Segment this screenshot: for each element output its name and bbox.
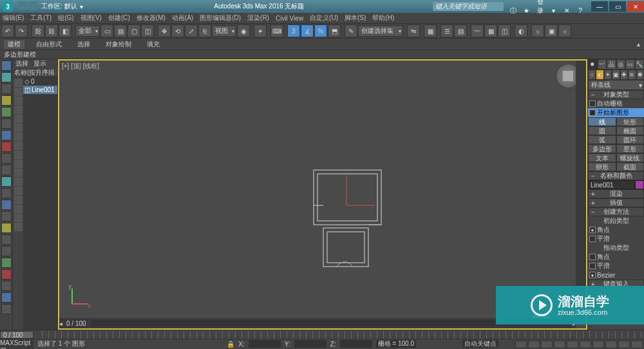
leftic-13[interactable] [1, 200, 12, 210]
autogrid-checkbox[interactable] [589, 100, 596, 107]
ribbon-collapse-icon[interactable]: ▴ [637, 41, 640, 48]
workspace-switcher[interactable]: 工作区: 默认 ▾ [15, 1, 86, 12]
explorer-item[interactable]: ◇ 0 [23, 77, 57, 86]
viewport-vscroll[interactable] [576, 61, 586, 318]
status-script[interactable]: MAXScript 帮 [0, 339, 33, 349]
modify-tab[interactable]: 〰 [598, 59, 607, 70]
close-panel-icon[interactable]: ✕ [561, 7, 573, 16]
nav-play[interactable] [528, 341, 540, 348]
radio-bezier[interactable]: ● [589, 272, 596, 278]
leftic-19[interactable] [1, 269, 12, 279]
pivot-button[interactable]: ◉ [237, 24, 250, 37]
schematic-view[interactable]: ◫ [498, 24, 511, 37]
snap-toggle[interactable]: 3 [287, 24, 300, 37]
rollout-namecolor[interactable]: −名称和颜色 [588, 171, 644, 180]
filter-icon[interactable] [14, 124, 23, 132]
layer-explorer[interactable]: ▤ [454, 24, 467, 37]
refcoord-dropdown[interactable]: 视图 [212, 25, 236, 37]
explorer-tab-select[interactable]: 选择 [13, 59, 31, 68]
ribbon-tab-populate[interactable]: 填充 [143, 40, 164, 49]
unlink-button[interactable]: ⛓ [45, 24, 58, 37]
leftic-18[interactable] [1, 258, 12, 268]
menu-tools[interactable]: 工具(T) [30, 14, 52, 23]
menu-edit[interactable]: 编辑(E) [3, 14, 24, 23]
rotate-button[interactable]: ⟲ [171, 24, 184, 37]
maximize-button[interactable]: ▭ [609, 1, 626, 12]
layers-button[interactable]: ☰ [440, 24, 453, 37]
keymode-button[interactable]: ⌨ [270, 24, 283, 37]
utilities-tab[interactable]: 🔧 [635, 59, 645, 70]
filter-icon[interactable] [14, 115, 23, 123]
coord-z[interactable] [340, 340, 372, 348]
rollout-interpolation[interactable]: +插值 [588, 198, 644, 207]
link-button[interactable]: ⛓ [32, 24, 44, 37]
selection-filter[interactable]: 全部 [75, 25, 100, 37]
filter-icon[interactable] [14, 97, 23, 105]
shapes-cat[interactable]: ◐ [596, 70, 603, 80]
select-name-button[interactable]: ▤ [114, 24, 127, 37]
mirror-button[interactable]: ⇋ [407, 24, 420, 37]
menu-render[interactable]: 渲染(R) [247, 14, 269, 23]
menu-group[interactable]: 组(G) [58, 14, 73, 23]
ribbon-tab-modeling[interactable]: 建模 [4, 40, 24, 49]
leftic-1[interactable] [1, 61, 12, 71]
geometry-cat[interactable]: ○ [588, 70, 596, 80]
filter-icon[interactable] [14, 178, 23, 186]
nav-zoom[interactable] [592, 341, 604, 348]
btn-ellipse[interactable]: 椭圆 [616, 126, 645, 135]
menu-customize[interactable]: 自定义(U) [310, 14, 338, 23]
star-icon[interactable]: ★ [521, 7, 533, 16]
close-button[interactable]: ✕ [627, 1, 644, 12]
material-editor[interactable]: ◐ [515, 24, 527, 37]
btn-egg[interactable]: 卵形 [588, 162, 616, 171]
select-region-button[interactable]: ▢ [128, 24, 140, 37]
login-button[interactable]: 登录 [535, 0, 546, 6]
ribbon-tab-objpaint[interactable]: 对象绘制 [102, 40, 135, 49]
lights-cat[interactable]: ✦ [604, 70, 612, 80]
nav-timeconfig[interactable] [554, 341, 565, 348]
startnew-checkbox[interactable]: ✓ [589, 109, 596, 116]
leftic-5[interactable] [1, 107, 12, 117]
radio-smooth2[interactable] [589, 263, 596, 269]
time-slider[interactable]: 0 / 100 [0, 330, 644, 339]
filter-icon[interactable] [14, 160, 23, 168]
nav-nextkey[interactable] [541, 341, 553, 348]
autokey-button[interactable]: 自动关键点 [462, 340, 498, 348]
leftic-8[interactable] [1, 142, 12, 152]
motion-tab[interactable]: ◎ [616, 59, 626, 70]
radio-corner2[interactable] [589, 254, 596, 260]
menu-animation[interactable]: 动画(A) [172, 14, 193, 23]
nav-zoomall[interactable] [605, 341, 617, 348]
info-icon[interactable]: ⓘ [507, 6, 519, 15]
btn-circle[interactable]: 圆 [588, 126, 616, 135]
filter-icon[interactable] [14, 223, 23, 231]
rollout-rendering[interactable]: +渲染 [588, 189, 644, 198]
subcategory-dropdown[interactable]: 样条线 [588, 80, 644, 90]
btn-donut[interactable]: 圆环 [616, 135, 645, 144]
menu-modifiers[interactable]: 修改器(M) [137, 14, 166, 23]
filter-icon[interactable] [14, 187, 23, 195]
leftic-10[interactable] [1, 165, 12, 175]
nav-prevkey[interactable] [515, 341, 527, 348]
time-slider-handle[interactable]: 0 / 100 [0, 331, 33, 339]
btn-ngon[interactable]: 多边形 [588, 144, 616, 153]
help-icon[interactable]: ? [574, 7, 586, 16]
ribbon-tab-freeform[interactable]: 自由形式 [32, 40, 66, 49]
object-name-input[interactable]: Line001 [588, 180, 635, 189]
btn-rectangle[interactable]: 矩形 [616, 117, 645, 126]
leftic-7[interactable] [1, 130, 12, 140]
filter-icon[interactable] [14, 79, 23, 87]
undo-button[interactable]: ↶ [1, 24, 14, 37]
angle-snap[interactable]: ∡ [301, 24, 314, 37]
leftic-4[interactable] [1, 95, 12, 106]
percent-snap[interactable]: % [314, 24, 327, 37]
minimize-button[interactable]: — [591, 1, 608, 12]
selset-edit[interactable]: ✎ [345, 24, 357, 37]
select-button[interactable]: ▭ [100, 24, 113, 37]
bind-button[interactable]: ◧ [59, 24, 71, 37]
filter-icon[interactable] [14, 196, 23, 204]
helpers-cat[interactable]: ✚ [620, 70, 628, 80]
hierarchy-tab[interactable]: 品 [607, 59, 616, 70]
leftic-22[interactable] [1, 304, 12, 314]
nav-pan[interactable] [567, 341, 578, 348]
